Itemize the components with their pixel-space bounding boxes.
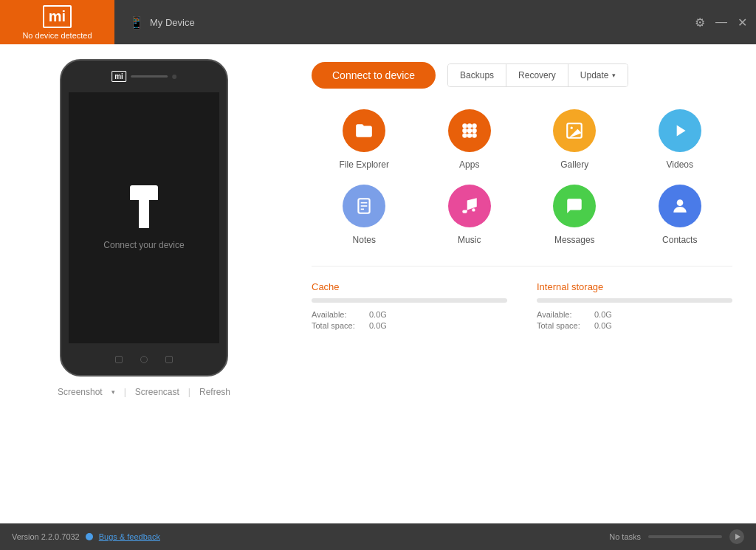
- gallery-icon: [553, 109, 596, 152]
- version-label: Version 2.2.0.7032: [12, 532, 80, 541]
- cache-total-value: 0.0G: [369, 321, 387, 330]
- cache-available-value: 0.0G: [369, 310, 387, 319]
- contacts-label: Contacts: [662, 235, 697, 245]
- internal-available-row: Available: 0.0G: [537, 310, 732, 319]
- section-divider: [312, 266, 732, 267]
- gallery-label: Gallery: [560, 159, 588, 170]
- contacts-item[interactable]: Contacts: [628, 185, 733, 245]
- screenshot-button[interactable]: Screenshot: [53, 387, 107, 397]
- internal-available-value: 0.0G: [594, 310, 612, 319]
- my-device-tab[interactable]: 📱 My Device: [114, 0, 210, 44]
- phone-side-button: [227, 120, 228, 149]
- videos-icon: [659, 109, 701, 152]
- window-controls: ⚙ — ✕: [695, 0, 756, 44]
- action-separator2: |: [184, 387, 195, 397]
- tab-label: My Device: [150, 17, 195, 28]
- messages-item[interactable]: Messages: [522, 185, 628, 245]
- notes-icon: [343, 185, 385, 227]
- feedback-link[interactable]: Bugs & feedback: [99, 532, 160, 541]
- phone-speaker: [131, 75, 168, 78]
- internal-total-value: 0.0G: [594, 321, 612, 330]
- tasks-progress-bar: [648, 535, 722, 538]
- phone-btn-back: [115, 356, 123, 363]
- cache-bar-bg: [312, 298, 507, 303]
- action-separator: |: [120, 387, 131, 397]
- svg-point-4: [467, 128, 472, 134]
- cache-total-row: Total space: 0.0G: [312, 321, 507, 330]
- titlebar: mi No device detected 📱 My Device ⚙ — ✕: [0, 0, 756, 44]
- statusbar: Version 2.2.0.7032 Bugs & feedback No ta…: [0, 523, 756, 550]
- cache-available-row: Available: 0.0G: [312, 310, 507, 319]
- music-icon: [448, 185, 491, 227]
- svg-point-16: [472, 208, 475, 211]
- phone-btn-home: [140, 356, 148, 363]
- update-dropdown-icon: ▾: [612, 72, 616, 79]
- gallery-item[interactable]: Gallery: [522, 109, 628, 170]
- svg-point-3: [462, 128, 467, 134]
- internal-storage-title: Internal storage: [537, 281, 732, 292]
- apps-icon: [448, 109, 491, 152]
- svg-point-6: [462, 133, 467, 138]
- phone-btn-recent: [165, 356, 173, 363]
- internal-storage-block: Internal storage Available: 0.0G Total s…: [537, 281, 732, 330]
- connect-device-text: Connect your device: [103, 240, 184, 250]
- status-right: No tasks: [609, 529, 744, 544]
- cache-block: Cache Available: 0.0G Total space: 0.0G: [312, 281, 507, 330]
- main-content: mi Connect your device: [0, 44, 756, 523]
- usb-icon: [130, 185, 158, 228]
- internal-available-label: Available:: [537, 310, 588, 319]
- svg-marker-11: [676, 125, 685, 136]
- close-button[interactable]: ✕: [738, 16, 747, 30]
- cache-title: Cache: [312, 281, 507, 292]
- svg-point-2: [472, 123, 477, 128]
- svg-point-17: [676, 199, 683, 206]
- phone-body: mi Connect your device: [60, 59, 228, 377]
- refresh-button[interactable]: Refresh: [195, 387, 235, 397]
- apps-item[interactable]: Apps: [417, 109, 523, 170]
- tab-recovery[interactable]: Recovery: [506, 64, 568, 86]
- messages-icon: [553, 185, 596, 227]
- phone-screen: Connect your device: [69, 92, 219, 343]
- music-label: Music: [458, 235, 481, 245]
- svg-point-5: [472, 128, 477, 134]
- file-explorer-icon: [343, 109, 385, 152]
- internal-bar-bg: [537, 298, 732, 303]
- play-button[interactable]: [729, 529, 744, 544]
- cache-total-label: Total space:: [312, 321, 363, 330]
- notes-label: Notes: [353, 235, 376, 245]
- minimize-button[interactable]: —: [715, 16, 727, 29]
- videos-item[interactable]: Videos: [628, 109, 733, 170]
- svg-point-7: [467, 133, 472, 138]
- right-panel: Connect to device Backups Recovery Updat…: [288, 44, 756, 523]
- no-device-label: No device detected: [22, 31, 92, 40]
- storage-section: Cache Available: 0.0G Total space: 0.0G: [312, 281, 732, 330]
- contacts-icon: [659, 185, 701, 227]
- app-logo: mi No device detected: [0, 0, 114, 44]
- notes-item[interactable]: Notes: [312, 185, 417, 245]
- tab-group: Backups Recovery Update ▾: [447, 63, 628, 87]
- phone-mockup: mi Connect your device: [60, 59, 228, 377]
- file-explorer-item[interactable]: File Explorer: [312, 109, 417, 170]
- screencast-button[interactable]: Screencast: [131, 387, 184, 397]
- music-item[interactable]: Music: [417, 185, 523, 245]
- tab-backups[interactable]: Backups: [448, 64, 506, 86]
- internal-total-row: Total space: 0.0G: [537, 321, 732, 330]
- top-actions: Connect to device Backups Recovery Updat…: [312, 62, 732, 89]
- settings-icon[interactable]: ⚙: [695, 16, 705, 30]
- videos-label: Videos: [667, 159, 693, 170]
- phone-camera: [172, 75, 176, 79]
- svg-point-0: [462, 123, 467, 128]
- usb-head: [130, 185, 158, 200]
- mi-brand-icon: mi: [43, 5, 72, 28]
- update-label: Update: [580, 70, 609, 80]
- tab-update[interactable]: Update ▾: [568, 64, 628, 86]
- mi-phone-brand: mi: [111, 71, 126, 82]
- internal-total-label: Total space:: [537, 321, 588, 330]
- screenshot-dropdown-icon[interactable]: ▾: [107, 388, 120, 396]
- left-panel: mi Connect your device: [0, 44, 288, 523]
- messages-label: Messages: [554, 235, 595, 245]
- no-tasks-label: No tasks: [609, 532, 641, 541]
- svg-point-1: [467, 123, 472, 128]
- internal-details: Available: 0.0G Total space: 0.0G: [537, 310, 732, 330]
- connect-to-device-button[interactable]: Connect to device: [312, 62, 436, 89]
